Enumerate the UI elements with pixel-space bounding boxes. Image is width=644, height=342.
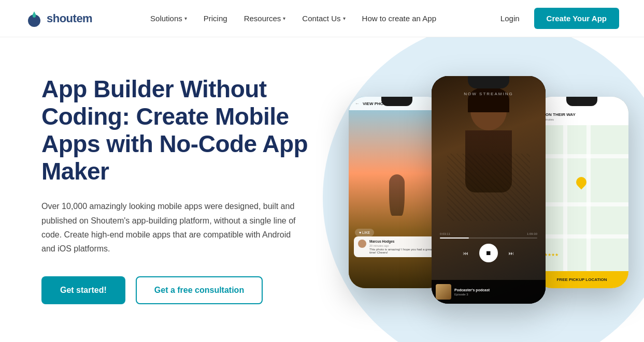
contact-chevron-icon: ▾ bbox=[343, 16, 346, 21]
progress-area: 0:03:11 1:09:30 ⏮ ⏹ ⏭ bbox=[432, 232, 546, 262]
hero-section: App Builder Without Coding: Create Mobil… bbox=[0, 37, 644, 342]
map-header-text: IS ON THEIR WAY bbox=[540, 112, 623, 117]
map-subtext: 5 minutes bbox=[540, 118, 623, 121]
logo-text: shoutem bbox=[47, 12, 92, 25]
photo-comment: Marcus Hodges 20 minutes ago This photo … bbox=[354, 236, 439, 257]
navbar: shoutem Solutions ▾ Pricing Resources ▾ … bbox=[0, 0, 644, 37]
head-shape bbox=[470, 92, 507, 130]
commenter-avatar bbox=[358, 240, 366, 248]
elapsed-time: 0:03:11 bbox=[440, 232, 450, 235]
phone-loyalty: ← VIEW PHO... ⬆ ♥ LIKE Marcus Hodges 20 … bbox=[349, 97, 445, 288]
forward-button[interactable]: ⏭ bbox=[506, 248, 517, 258]
phone-notch bbox=[468, 76, 509, 88]
get-consultation-button[interactable]: Get a free consultation bbox=[136, 276, 263, 304]
road-h1 bbox=[535, 154, 628, 158]
progress-times: 0:03:11 1:09:30 bbox=[440, 232, 537, 235]
solutions-chevron-icon: ▾ bbox=[184, 16, 187, 21]
nav-right: Login Create Your App bbox=[494, 8, 619, 29]
nav-links: Solutions ▾ Pricing Resources ▾ Contact … bbox=[144, 10, 442, 27]
pause-button[interactable]: ⏹ bbox=[479, 244, 498, 262]
phone-loyalty-screen: ← VIEW PHO... ⬆ ♥ LIKE Marcus Hodges 20 … bbox=[349, 97, 445, 288]
road-h3 bbox=[535, 234, 628, 239]
podcast-title-text: Podcaster's podcast bbox=[454, 288, 541, 292]
hero-content: App Builder Without Coding: Create Mobil… bbox=[41, 76, 332, 304]
phone-streaming: NOW STREAMING 0:03:11 1:09:30 ⏮ ⏹ ⏭ bbox=[432, 76, 546, 304]
svg-point-1 bbox=[33, 14, 36, 18]
podcast-thumbnail bbox=[436, 284, 451, 300]
streaming-header: NOW STREAMING bbox=[432, 92, 546, 96]
pickup-banner[interactable]: FREE PICKUP LOCATION bbox=[535, 271, 628, 288]
hero-description: Over 10,000 amazingly looking mobile app… bbox=[41, 199, 300, 256]
phone-map: IS ON THEIR WAY 5 minutes ★★★★★ FREE PIC… bbox=[535, 97, 628, 288]
rewind-button[interactable]: ⏮ bbox=[461, 248, 471, 258]
playback-controls: ⏮ ⏹ ⏭ bbox=[440, 244, 537, 262]
podcast-bar: Podcaster's podcast Episode 3 bbox=[432, 280, 546, 304]
road-v1 bbox=[563, 97, 567, 288]
like-button[interactable]: ♥ LIKE bbox=[355, 229, 374, 236]
login-button[interactable]: Login bbox=[494, 10, 526, 27]
logo[interactable]: shoutem bbox=[25, 9, 92, 28]
hair-shape bbox=[468, 86, 509, 112]
photo-bg bbox=[349, 97, 445, 288]
nav-resources[interactable]: Resources ▾ bbox=[238, 10, 292, 27]
person-photo-bg bbox=[432, 76, 546, 304]
resources-chevron-icon: ▾ bbox=[283, 16, 285, 21]
phone-map-screen: IS ON THEIR WAY 5 minutes ★★★★★ FREE PIC… bbox=[535, 97, 628, 288]
commenter-name: Marcus Hodges bbox=[369, 240, 435, 243]
comment-text: This photo is amazing! I hope you had a … bbox=[369, 248, 435, 254]
nav-contact[interactable]: Contact Us ▾ bbox=[296, 10, 351, 27]
nav-solutions[interactable]: Solutions ▾ bbox=[144, 10, 193, 27]
hero-phones: ← VIEW PHO... ⬆ ♥ LIKE Marcus Hodges 20 … bbox=[333, 55, 644, 324]
progress-bar bbox=[440, 237, 537, 239]
create-app-button[interactable]: Create Your App bbox=[534, 8, 619, 29]
remaining-time: 1:09:30 bbox=[527, 232, 537, 235]
nav-how-to[interactable]: How to create an App bbox=[356, 10, 442, 27]
hero-buttons: Get started! Get a free consultation bbox=[41, 276, 332, 304]
get-started-button[interactable]: Get started! bbox=[41, 276, 125, 304]
nav-pricing[interactable]: Pricing bbox=[197, 10, 234, 27]
podcast-mini-player: Podcaster's podcast Episode 3 bbox=[436, 284, 541, 300]
phone-streaming-screen: NOW STREAMING 0:03:11 1:09:30 ⏮ ⏹ ⏭ bbox=[432, 76, 546, 304]
comment-time: 20 minutes ago bbox=[369, 244, 435, 247]
hero-title: App Builder Without Coding: Create Mobil… bbox=[41, 76, 332, 185]
podcast-info: Podcaster's podcast Episode 3 bbox=[454, 288, 541, 296]
road-v2 bbox=[586, 97, 591, 288]
road-h2 bbox=[535, 202, 628, 206]
podcast-episode: Episode 3 bbox=[454, 293, 541, 296]
map-background bbox=[535, 97, 628, 288]
progress-fill bbox=[440, 237, 469, 239]
